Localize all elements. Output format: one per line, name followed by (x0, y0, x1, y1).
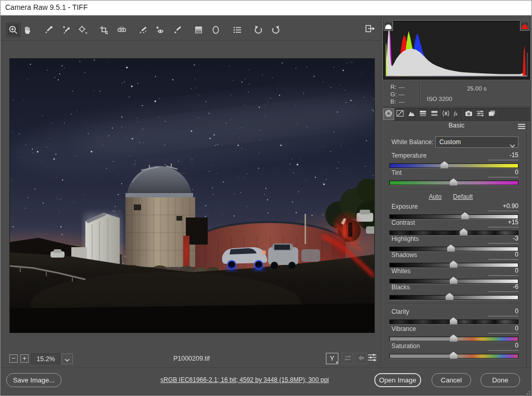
adjustment-brush-tool-button[interactable] (170, 23, 184, 37)
target-crosshair-icon (78, 25, 88, 35)
vignette (10, 59, 374, 333)
slider-value-field[interactable]: 0 (488, 169, 518, 177)
slider-thumb[interactable] (450, 335, 458, 341)
tab-hsl-grayscale[interactable] (417, 108, 429, 120)
slider-thumb[interactable] (440, 161, 448, 168)
info-divider (420, 82, 420, 105)
resize-grip[interactable] (525, 389, 530, 394)
toolbar (6, 21, 283, 39)
tab-effects[interactable]: fx (452, 108, 463, 120)
slider-value-field[interactable]: 0 (488, 325, 518, 334)
white-balance-select[interactable]: Custom (435, 136, 518, 148)
mountains-icon (407, 109, 416, 120)
slider-exposure: Exposure+0.90 (383, 202, 527, 220)
tab-basic[interactable] (383, 108, 395, 120)
white-balance-row: White Balance: Custom (383, 136, 527, 149)
slider-label: Whites (391, 267, 411, 275)
white-balance-tool-button[interactable] (42, 23, 56, 37)
histogram[interactable] (383, 21, 530, 80)
tab-presets[interactable] (475, 108, 486, 120)
done-button[interactable]: Done (480, 373, 520, 387)
slider-value-field[interactable]: 0 (488, 267, 518, 276)
fx-icon: fx (453, 109, 462, 120)
slider-label: Clarity (391, 308, 409, 315)
slider-contrast: Contrast+15 (383, 218, 527, 236)
zoom-tool-button[interactable] (6, 23, 20, 37)
bars-icon (419, 109, 427, 120)
y-label: Y (330, 354, 335, 362)
slider-track[interactable] (389, 163, 518, 168)
rotate-ccw-icon (254, 25, 263, 35)
default-link[interactable]: Default (453, 193, 473, 200)
slider-label: Saturation (391, 342, 420, 350)
aperture-icon (384, 109, 393, 120)
sliders-icon (368, 353, 377, 364)
slider-value-field[interactable]: 0 (488, 342, 518, 351)
slider-thumb[interactable] (446, 293, 453, 300)
healing-brush-icon (138, 25, 148, 35)
crop-icon (99, 25, 110, 35)
magnifier-icon (8, 25, 18, 35)
targeted-adjustment-tool-button[interactable] (76, 23, 90, 37)
shadow-clip-icon (385, 24, 391, 29)
slider-value-field[interactable]: 0 (488, 251, 518, 260)
rgb-g-row: G:--- (390, 91, 405, 97)
slider-value-field[interactable]: -15 (488, 151, 518, 160)
group-divider (387, 304, 521, 304)
slider-value-field[interactable]: +15 (488, 219, 518, 227)
rotate-left-button[interactable] (251, 23, 265, 37)
highlight-clipping-toggle[interactable] (520, 21, 529, 31)
panel-header: Basic (383, 121, 530, 131)
list-icon (232, 25, 243, 35)
tab-tone-curve[interactable] (395, 108, 406, 120)
slider-thumb[interactable] (450, 352, 458, 359)
slider-thumb[interactable] (450, 317, 458, 324)
slider-value-field[interactable]: 0 (488, 308, 518, 316)
color-sampler-icon (61, 25, 71, 35)
preset-sliders-icon (476, 109, 485, 120)
graduated-filter-tool-button[interactable] (192, 23, 206, 37)
svg-text:fx: fx (454, 110, 458, 116)
radial-filter-tool-button[interactable] (209, 23, 223, 37)
shutter-speed-label: 25.00 s (446, 85, 508, 92)
image-settings-link[interactable]: sRGB IEC61966-2.1; 16 bit; 4592 by 3448 … (73, 376, 416, 384)
shadow-clipping-toggle[interactable] (384, 21, 393, 31)
color-sampler-tool-button[interactable] (59, 23, 73, 37)
toggle-fullscreen-button[interactable] (362, 23, 377, 36)
tab-detail[interactable] (406, 108, 417, 120)
footer-divider (0, 368, 532, 368)
before-after-view-button[interactable]: Y ▾ (326, 353, 338, 364)
slider-thumb[interactable] (450, 178, 458, 185)
open-image-button[interactable]: Open Image (374, 373, 421, 387)
slider-value-field[interactable]: -6 (488, 283, 518, 292)
slider-label: Blacks (391, 284, 410, 291)
copy-settings-button[interactable] (355, 353, 367, 364)
slider-vibrance: Vibrance0 (383, 324, 527, 342)
image-preview-canvas[interactable] (9, 58, 375, 333)
save-image-button[interactable]: Save Image... (6, 373, 61, 387)
red-eye-tool-button[interactable] (153, 23, 167, 37)
cancel-button[interactable]: Cancel (432, 373, 471, 387)
ellipse-icon (211, 25, 221, 35)
highlight-clip-icon (522, 24, 528, 29)
lens-icon (441, 109, 450, 120)
rotate-right-button[interactable] (269, 23, 283, 37)
slider-value-field[interactable]: -3 (488, 235, 518, 244)
preferences-button[interactable] (230, 23, 244, 37)
slider-value-field[interactable]: +0.90 (488, 202, 518, 211)
tab-lens-corrections[interactable] (440, 108, 452, 120)
tab-snapshots[interactable] (486, 108, 498, 120)
panel-menu-button[interactable] (517, 122, 526, 132)
hand-tool-button[interactable] (20, 23, 34, 37)
auto-link[interactable]: Auto (429, 193, 442, 200)
slider-track[interactable] (389, 295, 518, 300)
straighten-tool-button[interactable] (115, 23, 129, 37)
swap-before-after-button[interactable] (341, 353, 353, 364)
spot-removal-tool-button[interactable] (136, 23, 150, 37)
slider-label: Vibrance (391, 325, 416, 333)
preview-settings-button[interactable] (366, 352, 378, 365)
tab-camera-calibration[interactable] (463, 108, 475, 120)
rotate-cw-icon (271, 25, 281, 35)
crop-tool-button[interactable] (97, 23, 111, 37)
tab-split-toning[interactable] (429, 108, 440, 120)
